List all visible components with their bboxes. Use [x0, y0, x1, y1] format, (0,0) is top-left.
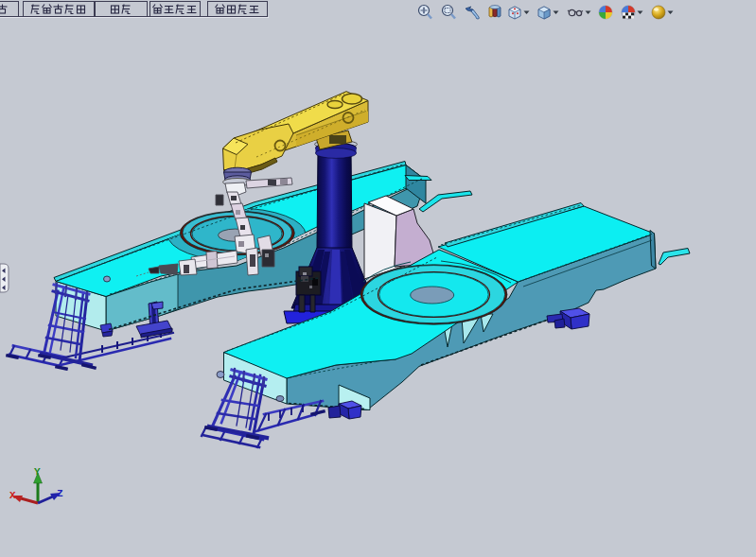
svg-text:Y: Y	[34, 466, 41, 478]
svg-text:X: X	[9, 490, 16, 501]
svg-text:Z: Z	[57, 488, 63, 499]
